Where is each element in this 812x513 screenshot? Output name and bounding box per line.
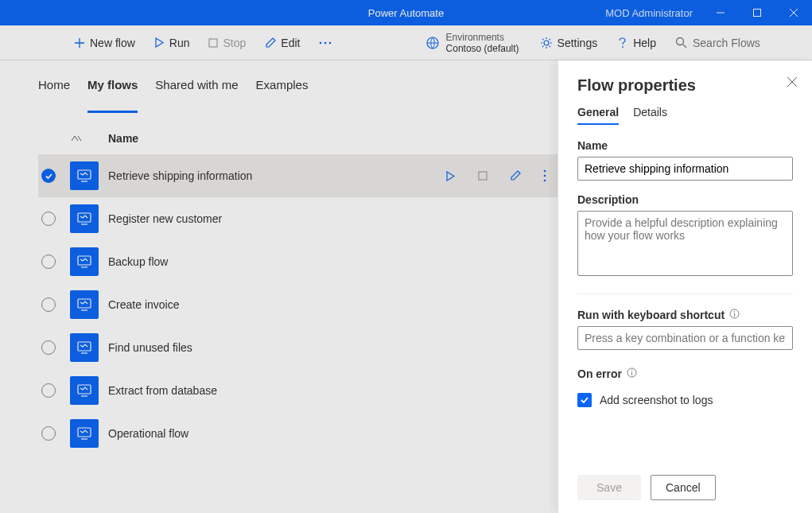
run-label: Run — [169, 37, 190, 49]
flow-name: Find unused files — [108, 341, 192, 354]
shortcut-input[interactable] — [577, 326, 793, 350]
flow-name: Operational flow — [108, 427, 188, 440]
flow-icon — [70, 376, 99, 405]
row-radio[interactable] — [41, 383, 56, 398]
sort-name-icon[interactable] — [70, 134, 108, 143]
globe-icon — [425, 36, 440, 50]
search-icon — [675, 37, 687, 49]
save-button: Save — [577, 475, 641, 500]
svg-rect-0 — [754, 10, 761, 17]
name-label: Name — [577, 139, 793, 152]
info-icon — [627, 367, 637, 380]
svg-rect-15 — [78, 256, 91, 265]
edit-button[interactable]: Edit — [258, 30, 306, 56]
svg-point-2 — [320, 41, 322, 44]
row-radio[interactable] — [41, 426, 56, 441]
command-bar: New flow Run Stop Edit Environments Cont… — [0, 25, 812, 60]
svg-rect-16 — [78, 299, 91, 308]
panel-tab-general[interactable]: General — [577, 106, 619, 125]
shortcut-label: Run with keyboard shortcut — [577, 309, 793, 321]
svg-rect-10 — [479, 172, 487, 180]
flow-name: Backup flow — [108, 255, 168, 268]
environment-value: Contoso (default) — [446, 43, 519, 54]
tab-home[interactable]: Home — [38, 78, 70, 113]
row-radio[interactable] — [41, 255, 56, 269]
title-bar: Power Automate MOD Administrator — [0, 0, 812, 25]
plus-icon — [74, 37, 85, 49]
svg-point-3 — [324, 41, 327, 44]
screenshot-label: Add screenshot to logs — [600, 394, 713, 406]
pencil-icon[interactable] — [510, 170, 521, 181]
search-input[interactable] — [693, 37, 780, 49]
description-label: Description — [577, 193, 793, 206]
search-box[interactable] — [669, 37, 804, 49]
panel-close-button[interactable] — [787, 76, 798, 90]
tab-shared[interactable]: Shared with me — [155, 78, 238, 113]
tab-examples[interactable]: Examples — [256, 78, 309, 113]
minimize-button[interactable] — [702, 0, 739, 25]
flow-icon — [70, 161, 99, 190]
environments-label: Environments — [446, 32, 519, 43]
stop-icon[interactable] — [478, 171, 488, 181]
new-flow-button[interactable]: New flow — [68, 30, 142, 56]
help-icon — [616, 37, 628, 49]
new-flow-label: New flow — [90, 37, 135, 49]
flow-name: Retrieve shipping information — [108, 169, 252, 182]
more-vertical-icon[interactable] — [543, 169, 546, 182]
settings-button[interactable]: Settings — [534, 30, 604, 56]
svg-rect-19 — [78, 428, 91, 437]
svg-rect-18 — [78, 385, 91, 394]
svg-point-11 — [544, 170, 546, 173]
play-icon[interactable] — [445, 171, 456, 181]
flow-icon — [70, 204, 99, 233]
flow-icon — [70, 419, 99, 448]
svg-rect-1 — [209, 39, 217, 47]
flow-icon — [70, 247, 99, 276]
flow-name: Register new customer — [108, 212, 222, 225]
svg-point-12 — [544, 175, 546, 177]
stop-label: Stop — [223, 37, 246, 49]
more-button[interactable] — [313, 30, 338, 56]
row-radio[interactable] — [41, 212, 56, 226]
svg-point-4 — [329, 41, 332, 44]
description-input[interactable] — [577, 211, 793, 276]
svg-point-21 — [734, 311, 736, 313]
play-icon — [154, 37, 165, 48]
onerror-label: On error — [577, 367, 793, 380]
row-radio[interactable] — [41, 297, 56, 312]
gear-icon — [540, 37, 553, 49]
svg-point-6 — [544, 41, 549, 45]
more-icon — [319, 41, 332, 45]
window-close-button[interactable] — [775, 0, 812, 25]
name-input[interactable] — [577, 157, 793, 181]
run-button[interactable]: Run — [148, 30, 196, 56]
svg-rect-9 — [78, 170, 91, 179]
flow-name: Create invoice — [108, 298, 180, 311]
cancel-button[interactable]: Cancel — [651, 475, 716, 500]
info-icon — [729, 309, 740, 321]
svg-rect-14 — [78, 213, 91, 222]
svg-point-13 — [544, 180, 546, 182]
environment-picker[interactable]: Environments Contoso (default) — [418, 32, 527, 54]
tab-my-flows[interactable]: My flows — [87, 78, 138, 113]
edit-label: Edit — [281, 37, 300, 49]
pencil-icon — [265, 37, 276, 49]
stop-button[interactable]: Stop — [202, 30, 252, 56]
flow-icon — [70, 290, 99, 319]
svg-rect-17 — [78, 342, 91, 351]
panel-tab-details[interactable]: Details — [633, 106, 667, 125]
column-name[interactable]: Name — [108, 132, 599, 145]
help-button[interactable]: Help — [610, 30, 662, 56]
settings-label: Settings — [558, 37, 598, 49]
svg-point-7 — [622, 46, 624, 48]
svg-point-23 — [631, 370, 633, 371]
panel-title: Flow properties — [577, 76, 793, 95]
user-label: MOD Administrator — [596, 7, 702, 19]
maximize-button[interactable] — [739, 0, 775, 25]
help-label: Help — [633, 37, 656, 49]
row-selected-icon[interactable] — [41, 169, 56, 183]
screenshot-checkbox[interactable] — [577, 393, 592, 407]
row-radio[interactable] — [41, 340, 56, 355]
svg-point-8 — [677, 38, 684, 45]
flow-name: Extract from database — [108, 384, 217, 397]
